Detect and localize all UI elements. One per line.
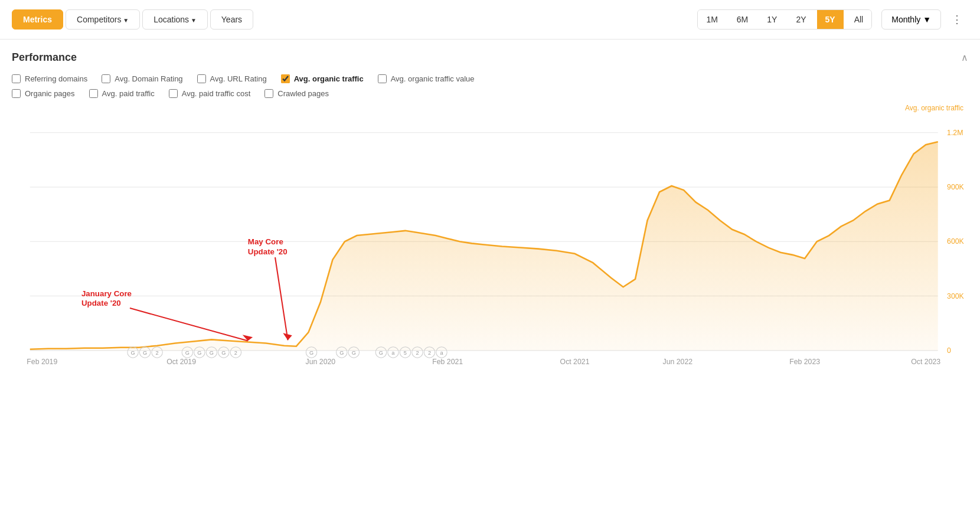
checkbox-domain-rating-label: Avg. Domain Rating [115,74,182,83]
x-label-jun2022: Jun 2022 [663,358,693,366]
checkbox-url-rating-label: Avg. URL Rating [210,74,267,83]
more-options-button[interactable]: ⋮ [946,8,968,31]
y-label-900k: 900K [947,183,965,191]
range-1y[interactable]: 1Y [759,10,785,29]
checkbox-organic-pages-input[interactable] [12,89,21,98]
checkbox-referring-label: Referring domains [25,74,87,83]
annotation-jan-core-arrow-line [130,308,248,341]
checkbox-crawled-label: Crawled pages [277,89,329,98]
annotation-may-core-arrowhead [283,333,292,340]
x-label-jun2020: Jun 2020 [306,358,336,366]
checkbox-referring-input[interactable] [12,74,21,83]
checkboxes-row-2: Organic pages Avg. paid traffic Avg. pai… [12,89,968,98]
checkbox-domain-rating-input[interactable] [102,74,110,83]
checkbox-organic-pages-label: Organic pages [25,89,75,98]
checkbox-paid-traffic[interactable]: Avg. paid traffic [89,89,155,98]
y-label-1.2m: 1.2M [947,129,963,137]
badge-gx-text: G [309,350,313,356]
chart-svg: 1.2M 900K 600K 300K 0 Feb 2019 Oct 2019 … [12,114,968,369]
performance-section: Performance ∧ Referring domains Avg. Dom… [0,40,980,375]
checkbox-domain-rating[interactable]: Avg. Domain Rating [102,74,182,83]
checkbox-organic-pages[interactable]: Organic pages [12,89,75,98]
section-header: Performance ∧ [12,51,968,64]
annotation-may-core-arrow-line [275,257,288,340]
badge-g6-text: G [221,350,226,356]
checkbox-url-rating[interactable]: Avg. URL Rating [197,74,267,83]
checkbox-organic-value-input[interactable] [378,74,387,83]
range-6m[interactable]: 6M [729,10,756,29]
range-group: 1M 6M 1Y 2Y 5Y All [697,9,872,30]
tab-group: Metrics Competitors Locations Years [12,9,253,30]
y-label-0: 0 [947,346,951,355]
checkbox-crawled[interactable]: Crawled pages [264,89,329,98]
checkbox-organic-value-label: Avg. organic traffic value [391,74,475,83]
tab-competitors[interactable]: Competitors [66,9,140,30]
badge-ax1-text: a [391,350,395,356]
tab-locations[interactable]: Locations [142,9,208,30]
tab-years[interactable]: Years [210,9,253,30]
y-label-300k: 300K [947,292,965,300]
badge-2x2-text: 2 [428,350,431,356]
checkbox-organic-traffic-label: Avg. organic traffic [294,74,364,83]
checkbox-referring[interactable]: Referring domains [12,74,87,83]
chart-container: 1.2M 900K 600K 300K 0 Feb 2019 Oct 2019 … [12,114,968,369]
x-label-feb2023: Feb 2023 [789,358,820,366]
badge-g3-text: G [185,350,190,356]
chart-area: Avg. organic traffic [12,104,968,375]
badge-gx2-text: G [379,350,383,356]
tab-metrics[interactable]: Metrics [12,9,63,30]
checkbox-organic-value[interactable]: Avg. organic traffic value [378,74,475,83]
badge-2a-text: 2 [156,350,159,356]
collapse-button[interactable]: ∧ [961,52,968,63]
checkbox-paid-cost[interactable]: Avg. paid traffic cost [169,89,251,98]
badge-g4-text: G [197,350,201,356]
range-5y[interactable]: 5Y [817,10,844,29]
annotation-jan-core-text: January Core [81,289,132,298]
annotation-may-core-text: May Core [248,237,283,246]
checkboxes-row-1: Referring domains Avg. Domain Rating Avg… [12,74,968,83]
badge-g5-text: G [210,350,214,356]
top-bar: Metrics Competitors Locations Years 1M 6… [0,0,980,40]
x-label-oct2019: Oct 2019 [166,358,196,366]
checkbox-paid-cost-input[interactable] [169,89,178,98]
checkbox-organic-traffic[interactable]: Avg. organic traffic [281,74,364,83]
range-1m[interactable]: 1M [698,10,726,29]
badge-g1-text: G [130,350,135,356]
x-label-oct2021: Oct 2021 [560,358,590,366]
badge-ax2-text: a [440,350,443,356]
badge-gg2-text: G [352,350,356,356]
checkbox-paid-traffic-input[interactable] [89,89,98,98]
chart-area-fill [30,142,938,351]
range-all[interactable]: All [846,10,872,29]
range-2y[interactable]: 2Y [788,10,814,29]
x-label-oct2023: Oct 2023 [911,358,940,366]
checkbox-paid-traffic-label: Avg. paid traffic [102,89,155,98]
y-label-600k: 600K [947,237,965,246]
section-title: Performance [12,51,77,64]
monthly-button[interactable]: Monthly ▼ [881,9,941,30]
annotation-jan-core-text2: Update '20 [81,299,121,307]
checkbox-organic-traffic-input[interactable] [281,74,290,83]
checkbox-paid-cost-label: Avg. paid traffic cost [182,89,251,98]
x-label-feb2021: Feb 2021 [432,358,463,366]
y-axis-title: Avg. organic traffic [12,104,968,112]
checkbox-crawled-input[interactable] [264,89,273,98]
badge-2b-text: 2 [234,350,237,356]
badge-g2-text: G [143,350,147,356]
annotation-may-core-text2: Update '20 [248,247,288,256]
checkbox-url-rating-input[interactable] [197,74,206,83]
badge-22x-text: 2 [416,350,419,356]
badge-gg1-text: G [339,350,344,356]
badge-5x-text: 5 [404,350,407,356]
x-label-feb2019: Feb 2019 [27,358,57,366]
